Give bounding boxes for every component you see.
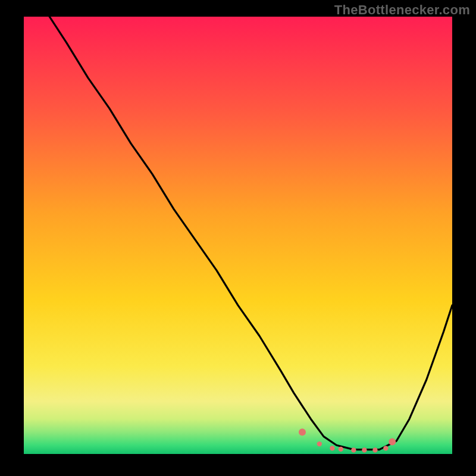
optimal-dot	[383, 446, 388, 450]
optimal-dot	[317, 441, 322, 446]
chart-background	[24, 17, 452, 454]
optimal-dot	[339, 447, 343, 452]
chart-frame: TheBottlenecker.com	[0, 0, 476, 476]
optimal-dot	[372, 447, 377, 452]
optimal-dot	[330, 446, 334, 450]
watermark-text: TheBottlenecker.com	[334, 2, 470, 18]
chart-svg	[24, 17, 452, 454]
chart-plot	[24, 17, 452, 454]
optimal-dot	[389, 438, 396, 445]
optimal-dot	[351, 447, 356, 452]
optimal-dot	[362, 447, 367, 452]
optimal-dot	[299, 428, 306, 436]
